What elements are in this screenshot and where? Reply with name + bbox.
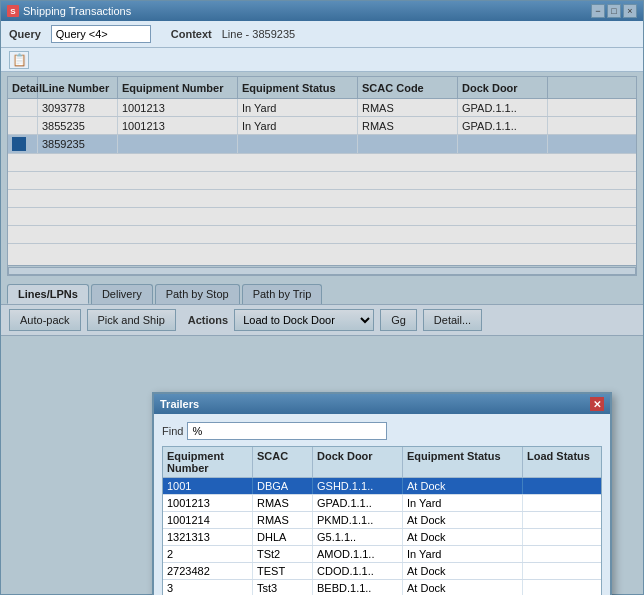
window-icon: S — [7, 5, 19, 17]
list-item[interactable]: 1321313 DHLA G5.1.1.. At Dock — [163, 529, 601, 546]
find-label: Find — [162, 425, 183, 437]
find-input[interactable] — [187, 422, 387, 440]
list-item[interactable]: 1001 DBGA GSHD.1.1.. At Dock — [163, 478, 601, 495]
modal-grid-header: Equipment Number SCAC Dock Door Equipmen… — [163, 447, 601, 478]
list-item[interactable]: 2723482 TEST CDOD.1.1.. At Dock — [163, 563, 601, 580]
modal-cell-dock-door: GPAD.1.1.. — [313, 495, 403, 511]
modal-cell-scac: DHLA — [253, 529, 313, 545]
modal-cell-equipment-status: At Dock — [403, 529, 523, 545]
modal-cell-dock-door: BEBD.1.1.. — [313, 580, 403, 595]
modal-grid-body: 1001 DBGA GSHD.1.1.. At Dock 1001213 RMA… — [163, 478, 601, 595]
modal-cell-dock-door: AMOD.1.1.. — [313, 546, 403, 562]
modal-body: Find Equipment Number SCAC Dock Door Equ… — [154, 414, 610, 595]
find-row: Find — [162, 422, 602, 440]
modal-col-load-status: Load Status — [523, 447, 602, 477]
modal-cell-equipment: 1001 — [163, 478, 253, 494]
main-content: Detail Line Number Equipment Number Equi… — [1, 72, 643, 594]
title-bar: S Shipping Transactions − □ × — [1, 1, 643, 21]
context-label: Context — [171, 28, 212, 40]
modal-cell-load-status — [523, 495, 601, 511]
modal-cell-equipment: 2723482 — [163, 563, 253, 579]
modal-cell-dock-door: GSHD.1.1.. — [313, 478, 403, 494]
modal-cell-equipment-status: At Dock — [403, 563, 523, 579]
main-window: S Shipping Transactions − □ × Query Cont… — [0, 0, 644, 595]
modal-cell-load-status — [523, 529, 601, 545]
document-icon[interactable] — [9, 51, 29, 69]
modal-cell-load-status — [523, 563, 601, 579]
modal-grid: Equipment Number SCAC Dock Door Equipmen… — [162, 446, 602, 595]
modal-cell-equipment: 3 — [163, 580, 253, 595]
list-item[interactable]: 2 TSt2 AMOD.1.1.. In Yard — [163, 546, 601, 563]
modal-col-dock-door: Dock Door — [313, 447, 403, 477]
icon-row — [1, 48, 643, 72]
modal-col-scac: SCAC — [253, 447, 313, 477]
modal-col-equipment-status: Equipment Status — [403, 447, 523, 477]
modal-overlay: Trailers ✕ Find Equipment Number SCAC — [1, 72, 643, 594]
modal-cell-scac: TEST — [253, 563, 313, 579]
modal-cell-equipment-status: At Dock — [403, 478, 523, 494]
modal-cell-equipment-status: In Yard — [403, 495, 523, 511]
maximize-button[interactable]: □ — [607, 4, 621, 18]
modal-cell-scac: Tst3 — [253, 580, 313, 595]
context-value: Line - 3859235 — [222, 28, 295, 40]
modal-cell-equipment: 1001214 — [163, 512, 253, 528]
modal-cell-load-status — [523, 580, 601, 595]
modal-cell-dock-door: G5.1.1.. — [313, 529, 403, 545]
modal-cell-equipment: 1321313 — [163, 529, 253, 545]
modal-title: Trailers — [160, 398, 199, 410]
modal-cell-load-status — [523, 478, 601, 494]
list-item[interactable]: 1001214 RMAS PKMD.1.1.. At Dock — [163, 512, 601, 529]
modal-cell-scac: DBGA — [253, 478, 313, 494]
modal-cell-scac: RMAS — [253, 495, 313, 511]
query-input[interactable] — [51, 25, 151, 43]
modal-cell-load-status — [523, 512, 601, 528]
modal-title-bar: Trailers ✕ — [154, 394, 610, 414]
modal-cell-load-status — [523, 546, 601, 562]
minimize-button[interactable]: − — [591, 4, 605, 18]
modal-col-equipment: Equipment Number — [163, 447, 253, 477]
modal-cell-dock-door: CDOD.1.1.. — [313, 563, 403, 579]
window-title: Shipping Transactions — [23, 5, 131, 17]
modal-cell-dock-door: PKMD.1.1.. — [313, 512, 403, 528]
modal-cell-scac: TSt2 — [253, 546, 313, 562]
list-item[interactable]: 1001213 RMAS GPAD.1.1.. In Yard — [163, 495, 601, 512]
modal-cell-equipment-status: In Yard — [403, 546, 523, 562]
window-controls: − □ × — [591, 4, 637, 18]
close-button[interactable]: × — [623, 4, 637, 18]
title-bar-left: S Shipping Transactions — [7, 5, 131, 17]
modal-cell-equipment-status: At Dock — [403, 512, 523, 528]
modal-cell-equipment: 2 — [163, 546, 253, 562]
modal-cell-scac: RMAS — [253, 512, 313, 528]
modal-cell-equipment-status: At Dock — [403, 580, 523, 595]
modal-close-button[interactable]: ✕ — [590, 397, 604, 411]
modal-cell-equipment: 1001213 — [163, 495, 253, 511]
trailers-modal: Trailers ✕ Find Equipment Number SCAC — [152, 392, 612, 595]
toolbar: Query Context Line - 3859235 — [1, 21, 643, 48]
list-item[interactable]: 3 Tst3 BEBD.1.1.. At Dock — [163, 580, 601, 595]
query-label: Query — [9, 28, 41, 40]
